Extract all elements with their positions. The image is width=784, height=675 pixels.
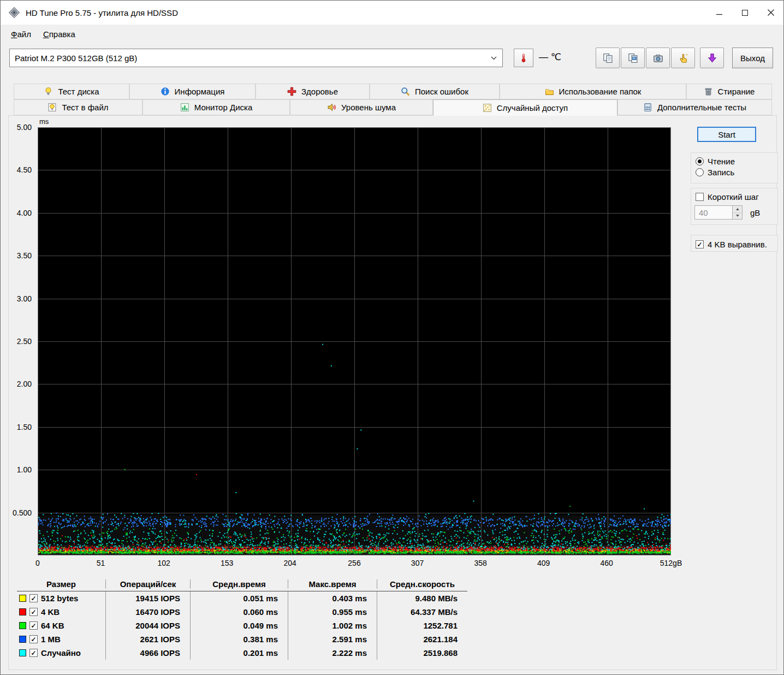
table-header-0: Размер: [17, 579, 106, 589]
maximize-button[interactable]: [732, 1, 758, 25]
dots-grid-icon: [483, 103, 492, 112]
x-tick-label: 153: [221, 559, 233, 567]
4kb-align-label: 4 KB выравнив.: [708, 240, 767, 249]
download-arrow-icon: [707, 53, 717, 63]
tab-disk-test[interactable]: Тест диска: [14, 84, 129, 99]
table-cell-avg: 0.381 ms: [191, 632, 288, 646]
series-size-label: 512 bytes: [41, 594, 78, 603]
table-cell-max: 0.403 ms: [288, 591, 377, 605]
copy-text-button[interactable]: [596, 48, 620, 68]
step-size-row: 40 gB: [694, 205, 777, 220]
y-tick-label: 1.00: [17, 465, 32, 474]
x-axis-labels: 051102153204256307358409460512gB: [38, 559, 671, 570]
speaker-icon: [327, 103, 336, 112]
save-results-button[interactable]: [700, 48, 724, 68]
write-radio-label: Запись: [708, 168, 734, 177]
start-button[interactable]: Start: [697, 127, 756, 142]
tab-label: Тест диска: [58, 87, 99, 96]
tab-information[interactable]: Информация: [129, 84, 256, 99]
series-checkbox[interactable]: [29, 594, 38, 602]
checkbox-icon: [696, 193, 704, 201]
tab-label: Дополнительные тесты: [657, 103, 746, 112]
x-tick-label: 204: [284, 559, 296, 567]
access-time-scatter-chart: [38, 127, 671, 555]
step-unit-label: gB: [750, 208, 760, 217]
table-row: 512 bytes19415 IOPS0.051 ms0.403 ms9.480…: [17, 591, 467, 605]
read-radio-label: Чтение: [708, 157, 735, 166]
tab-error-scan[interactable]: Поиск ошибок: [370, 84, 500, 99]
copy-image-icon: [628, 53, 638, 63]
tab-label: Информация: [175, 87, 225, 96]
table-cell-max: 2.222 ms: [288, 646, 377, 660]
triangle-down-icon: [736, 215, 739, 217]
series-color-swatch: [19, 595, 26, 602]
gesture-button[interactable]: [671, 48, 695, 68]
drive-select[interactable]: Patriot M.2 P300 512GB (512 gB): [9, 49, 503, 67]
exit-button[interactable]: Выход: [732, 48, 773, 68]
tab-label: Здоровье: [301, 87, 338, 96]
short-step-checkbox[interactable]: Короткий шаг: [696, 192, 777, 202]
x-tick-label: 256: [348, 559, 360, 567]
screenshot-button[interactable]: [646, 48, 670, 68]
step-value-input[interactable]: 40: [694, 205, 743, 220]
short-step-label: Короткий шаг: [708, 192, 759, 202]
series-checkbox[interactable]: [29, 649, 38, 657]
table-cell-speed: 9.480 MB/s: [377, 591, 467, 605]
series-size-label: 1 MB: [41, 635, 61, 644]
radio-dot-icon: [696, 157, 704, 165]
tab-random-access[interactable]: Случайный доступ: [433, 99, 617, 116]
folder-icon: [545, 87, 554, 96]
menu-help[interactable]: Справка: [37, 27, 81, 42]
table-cell-avg: 0.201 ms: [191, 646, 288, 660]
bar-chart-icon: [180, 103, 189, 112]
temperature-button[interactable]: [514, 49, 533, 67]
temperature-readout: — ℃: [539, 51, 561, 63]
minimize-button[interactable]: [706, 1, 732, 25]
tab-extra-tests[interactable]: Дополнительные тесты: [617, 99, 772, 115]
table-cell-avg: 0.051 ms: [191, 591, 288, 605]
x-tick-label: 102: [157, 559, 170, 567]
x-tick-label: 409: [537, 559, 550, 567]
y-tick-label: 4.00: [17, 209, 32, 217]
table-header-4: Средн.скорость: [377, 579, 467, 589]
results-table: РазмерОпераций/секСредн.времяМакс.времяС…: [17, 577, 467, 660]
step-up-button[interactable]: [733, 206, 742, 212]
table-cell-speed: 1252.781: [377, 619, 467, 632]
tab-health[interactable]: Здоровье: [256, 84, 370, 99]
step-down-button[interactable]: [733, 212, 742, 220]
tab-folder-usage[interactable]: Использование папок: [500, 84, 686, 99]
x-tick-label: 307: [411, 559, 424, 567]
tab-erase[interactable]: Стирание: [686, 84, 772, 99]
tab-label: Использование папок: [559, 87, 642, 96]
tab-file-benchmark[interactable]: Тест в файл: [14, 99, 142, 115]
read-radio[interactable]: Чтение: [696, 157, 777, 166]
y-tick-label: 5.00: [17, 123, 32, 132]
write-radio[interactable]: Запись: [696, 168, 777, 177]
drive-select-value: Patriot M.2 P300 512GB (512 gB): [15, 54, 137, 63]
y-tick-label: 3.50: [17, 251, 32, 260]
short-step-group: Короткий шаг 40 gB: [691, 188, 778, 225]
table-cell-speed: 64.337 MB/s: [377, 605, 467, 619]
tab-noise-level[interactable]: Уровень шума: [290, 99, 433, 115]
menu-file[interactable]: Файл: [5, 27, 37, 42]
table-row: 1 MB2621 IOPS0.381 ms2.591 ms2621.184: [17, 632, 467, 646]
4kb-align-checkbox[interactable]: 4 KB выравнив.: [696, 240, 777, 249]
tab-disk-monitor[interactable]: Монитор Диска: [142, 99, 290, 115]
series-color-swatch: [19, 608, 26, 615]
y-tick-label: 1.50: [17, 423, 32, 431]
series-color-swatch: [19, 636, 26, 643]
series-checkbox[interactable]: [29, 635, 38, 643]
close-button[interactable]: [758, 1, 783, 25]
table-row: 4 KB16470 IOPS0.060 ms0.955 ms64.337 MB/…: [17, 605, 467, 619]
series-checkbox[interactable]: [29, 608, 38, 616]
x-tick-label: 512gB: [660, 559, 682, 567]
calculator-icon: [643, 103, 652, 112]
x-tick-label: 460: [601, 559, 613, 567]
copy-image-button[interactable]: [621, 48, 645, 68]
step-value: 40: [695, 206, 732, 219]
table-cell-iops: 20044 IOPS: [106, 619, 191, 632]
series-checkbox[interactable]: [29, 621, 38, 630]
checkbox-checked-icon: [696, 240, 704, 248]
series-size-label: 64 KB: [41, 621, 64, 630]
y-tick-label: 2.00: [17, 380, 32, 388]
